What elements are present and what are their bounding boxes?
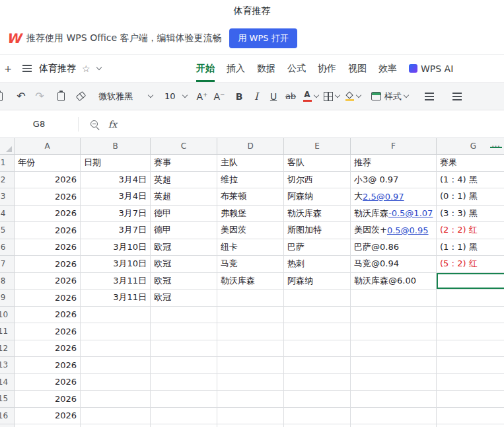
cell-G5[interactable]: (2：2) 红: [437, 222, 504, 239]
font-size-select[interactable]: 10: [160, 87, 192, 106]
cell-A5[interactable]: 2026: [15, 222, 81, 239]
cell-A6[interactable]: 2026: [15, 239, 81, 256]
cell-G15[interactable]: [437, 391, 504, 408]
cell-G14[interactable]: [437, 374, 504, 391]
cell-F2[interactable]: 小3@ 0.97: [351, 172, 437, 189]
cell-A11[interactable]: 2026: [15, 323, 81, 340]
cell-F1[interactable]: 推荐: [351, 155, 437, 172]
chevron-down-icon[interactable]: [96, 65, 101, 70]
cell-B6[interactable]: 3月10日: [81, 239, 151, 256]
cell-G8[interactable]: [437, 273, 504, 290]
row-header-2[interactable]: 2: [0, 172, 15, 189]
cell-C4[interactable]: 德甲: [151, 206, 217, 223]
decrease-font-button[interactable]: A⁻: [211, 87, 227, 106]
cell-E11[interactable]: [284, 323, 351, 340]
column-header-d[interactable]: D: [217, 138, 284, 155]
cell-A15[interactable]: 2026: [15, 391, 81, 408]
cell-C15[interactable]: [151, 391, 217, 408]
cell-C17[interactable]: [151, 424, 217, 427]
cell-D8[interactable]: 勒沃库森: [217, 273, 284, 290]
cell-B2[interactable]: 3月4日: [81, 172, 151, 189]
fx-insert-function-button[interactable]: fx: [108, 119, 117, 130]
cell-E10[interactable]: [284, 307, 351, 324]
cell-B14[interactable]: [81, 374, 151, 391]
row-header-9[interactable]: 9: [0, 290, 15, 307]
font-color-button[interactable]: A: [303, 87, 318, 106]
cell-A1[interactable]: 年份: [15, 155, 81, 172]
cell-B7[interactable]: 3月10日: [81, 256, 151, 273]
cell-A16[interactable]: 2026: [15, 408, 81, 425]
select-all-corner[interactable]: [0, 138, 15, 155]
cell-A8[interactable]: 2026: [15, 273, 81, 290]
cell-A14[interactable]: 2026: [15, 374, 81, 391]
name-box[interactable]: G8: [0, 119, 78, 129]
cell-G6[interactable]: (1：1) 黑: [437, 239, 504, 256]
bold-button[interactable]: B: [231, 87, 247, 106]
row-header-15[interactable]: 15: [0, 391, 15, 408]
cell-E12[interactable]: [284, 340, 351, 358]
cell-E2[interactable]: 切尔西: [284, 172, 351, 189]
hyperlink-text[interactable]: -0.5@1.07: [388, 208, 433, 218]
cell-C8[interactable]: 欧冠: [151, 273, 217, 290]
column-header-c[interactable]: C: [151, 138, 217, 155]
row-header-13[interactable]: 13: [0, 357, 15, 374]
cell-B9[interactable]: 3月11日: [81, 290, 151, 307]
cell-D6[interactable]: 纽卡: [217, 239, 284, 256]
cell-C1[interactable]: 赛事: [151, 155, 217, 172]
cell-E5[interactable]: 斯图加特: [284, 222, 351, 239]
font-family-select[interactable]: 微软雅黑: [94, 87, 157, 106]
cell-E7[interactable]: 热刺: [284, 256, 351, 273]
cell-G9[interactable]: [437, 290, 504, 307]
cell-E17[interactable]: [284, 424, 351, 427]
cell-C12[interactable]: [151, 340, 217, 358]
cell-D1[interactable]: 主队: [217, 155, 284, 172]
cell-E14[interactable]: [284, 374, 351, 391]
increase-font-button[interactable]: A⁺: [194, 87, 210, 106]
cell-C11[interactable]: [151, 323, 217, 340]
row-header-7[interactable]: 7: [0, 256, 15, 273]
row-header-8[interactable]: 8: [0, 273, 15, 290]
cell-E6[interactable]: 巴萨: [284, 239, 351, 256]
cell-C14[interactable]: [151, 374, 217, 391]
align-left-button[interactable]: [421, 87, 437, 106]
cell-G13[interactable]: [437, 357, 504, 374]
cell-D17[interactable]: [217, 424, 284, 427]
cell-G12[interactable]: [437, 340, 504, 358]
tab-formula[interactable]: 公式: [281, 55, 312, 82]
cell-C2[interactable]: 英超: [151, 172, 217, 189]
more-columns-button[interactable]: …: [491, 139, 501, 149]
cell-B17[interactable]: [81, 424, 151, 427]
cell-D16[interactable]: [217, 408, 284, 425]
cell-D5[interactable]: 美因茨: [217, 222, 284, 239]
column-header-b[interactable]: B: [81, 138, 151, 155]
tab-view[interactable]: 视图: [342, 55, 373, 82]
cell-D12[interactable]: [217, 340, 284, 358]
hyperlink-text[interactable]: 0.5@0.95: [387, 225, 429, 235]
italic-button[interactable]: I: [248, 87, 264, 106]
fill-color-button[interactable]: [345, 87, 361, 106]
row-header-1[interactable]: 1: [0, 155, 15, 172]
cell-F5[interactable]: 美因茨+0.5@0.95: [351, 222, 437, 239]
cell-F8[interactable]: 勒沃库森@6.00: [351, 273, 437, 290]
cell-G3[interactable]: (0：1) 黑: [437, 188, 504, 206]
cell-G7[interactable]: (5：2) 红: [437, 256, 504, 273]
cell-F4[interactable]: 勒沃库森-0.5@1.07: [351, 206, 437, 223]
tab-data[interactable]: 数据: [251, 55, 281, 82]
row-header-6[interactable]: 6: [0, 239, 15, 256]
chevron-down-icon[interactable]: [313, 93, 318, 98]
chevron-down-icon[interactable]: [355, 93, 361, 98]
cell-A12[interactable]: 2026: [15, 340, 81, 358]
cell-A4[interactable]: 2026: [15, 206, 81, 223]
cell-E1[interactable]: 客队: [284, 155, 351, 172]
zoom-icon[interactable]: [90, 120, 98, 128]
row-header-14[interactable]: 14: [0, 374, 15, 391]
cell-F12[interactable]: [351, 340, 437, 358]
column-header-e[interactable]: E: [284, 138, 351, 155]
cell-style-button[interactable]: 样式: [371, 87, 408, 106]
cell-B13[interactable]: [81, 357, 151, 374]
cell-F6[interactable]: 巴萨@0.86: [351, 239, 437, 256]
column-header-f[interactable]: F: [351, 138, 437, 155]
cell-A10[interactable]: 2026: [15, 307, 81, 324]
cell-F9[interactable]: [351, 290, 437, 307]
cell-C7[interactable]: 欧冠: [151, 256, 217, 273]
